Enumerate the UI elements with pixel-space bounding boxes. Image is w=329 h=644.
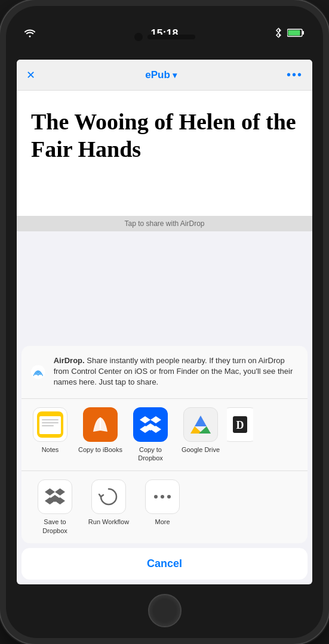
more-label: More — [155, 518, 170, 526]
camera-dot — [134, 33, 143, 41]
phone-frame: 15:18 ✕ — [0, 0, 329, 644]
svg-marker-20 — [199, 426, 211, 434]
svg-text:D: D — [236, 419, 244, 431]
svg-rect-7 — [42, 419, 59, 420]
nav-title[interactable]: ePub ▾ — [145, 69, 177, 81]
dropbox-label: Copy to Dropbox — [127, 445, 174, 463]
svg-rect-11 — [100, 417, 101, 431]
chevron-down-icon: ▾ — [173, 70, 177, 80]
svg-point-31 — [161, 495, 164, 499]
svg-rect-8 — [42, 422, 59, 423]
status-left — [24, 28, 36, 38]
svg-rect-1 — [303, 31, 305, 35]
reading-content: The Wooing of Helen of the Fair Hands — [17, 91, 312, 216]
app-ibooks[interactable]: Copy to iBooks — [76, 407, 124, 454]
copydocuments-icon: D — [227, 407, 253, 442]
svg-marker-13 — [150, 416, 161, 423]
app-copydocuments[interactable]: D — [227, 407, 253, 445]
svg-marker-26 — [55, 488, 65, 496]
notes-icon — [33, 407, 67, 442]
speaker — [147, 35, 195, 39]
googledrive-icon — [183, 407, 218, 442]
home-button[interactable] — [148, 594, 182, 627]
app-notes[interactable]: Notes — [26, 407, 74, 454]
ibooks-label: Copy to iBooks — [78, 445, 122, 454]
googledrive-label: Google Drive — [182, 445, 220, 454]
more-icon — [145, 479, 180, 514]
airdrop-section: AirDrop. Share instantly with people nea… — [21, 346, 308, 399]
airdrop-icon — [31, 355, 45, 389]
book-title: The Wooing of Helen of the Fair Hands — [31, 109, 298, 163]
cancel-section: Cancel — [21, 548, 308, 580]
runworkflow-icon — [91, 479, 126, 514]
svg-marker-25 — [45, 488, 55, 496]
svg-point-4 — [38, 374, 39, 375]
battery-icon — [287, 28, 305, 38]
svg-rect-9 — [42, 425, 54, 426]
share-card: AirDrop. Share instantly with people nea… — [21, 346, 308, 543]
more-options-button[interactable]: ••• — [287, 68, 303, 82]
dropbox-app-icon — [133, 407, 168, 442]
savetodropbox-icon — [38, 479, 72, 514]
runworkflow-label: Run Workflow — [88, 518, 129, 526]
app-googledrive[interactable]: Google Drive — [177, 407, 225, 454]
ibooks-icon — [83, 407, 118, 442]
airdrop-description: Share instantly with people nearby. If t… — [54, 356, 293, 386]
close-button[interactable]: ✕ — [26, 69, 35, 82]
airdrop-text: AirDrop. Share instantly with people nea… — [54, 355, 298, 388]
svg-point-32 — [167, 495, 171, 499]
wifi-icon — [24, 28, 36, 38]
epub-label: ePub — [145, 69, 170, 81]
svg-point-30 — [154, 495, 158, 499]
svg-marker-12 — [140, 416, 150, 423]
airdrop-banner[interactable]: Tap to share with AirDrop — [17, 216, 312, 231]
status-right — [275, 27, 305, 38]
apps-row: Notes — [21, 399, 308, 472]
svg-marker-18 — [195, 416, 207, 426]
bluetooth-icon — [275, 27, 282, 38]
phone-inner: 15:18 ✕ — [6, 6, 323, 638]
airdrop-title: AirDrop. — [54, 356, 85, 365]
svg-rect-2 — [288, 30, 300, 36]
action-savetodropbox[interactable]: Save to Dropbox — [31, 479, 79, 535]
savetodropbox-label: Save to Dropbox — [31, 518, 79, 535]
action-more[interactable]: More — [139, 479, 186, 526]
share-sheet: AirDrop. Share instantly with people nea… — [17, 346, 312, 584]
app-dropbox[interactable]: Copy to Dropbox — [127, 407, 174, 463]
nav-bar: ✕ ePub ▾ ••• — [17, 60, 312, 91]
action-runworkflow[interactable]: Run Workflow — [85, 479, 133, 526]
actions-row: Save to Dropbox Run Workf — [21, 471, 308, 543]
screen: ✕ ePub ▾ ••• The Wooing of Helen of the … — [17, 60, 312, 584]
cancel-button[interactable]: Cancel — [21, 548, 308, 580]
camera-area — [134, 33, 195, 41]
notes-label: Notes — [42, 445, 59, 454]
